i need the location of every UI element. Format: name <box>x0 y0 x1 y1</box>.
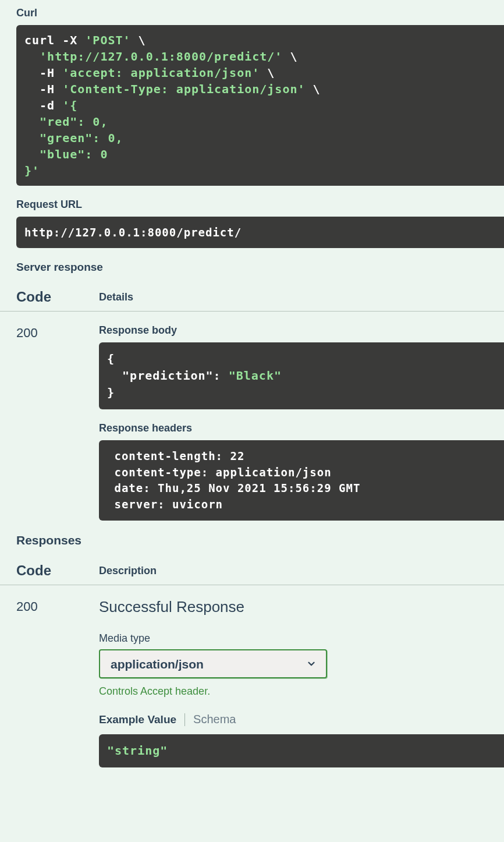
response-body-label: Response body <box>99 324 504 337</box>
response-headers-codeblock: content-length: 22 content-type: applica… <box>99 440 504 521</box>
curl-token: "green": 0, <box>24 131 123 145</box>
media-type-label: Media type <box>99 632 504 645</box>
responses-code: 200 <box>16 598 99 767</box>
responses-row: 200 Successful Response Media type appli… <box>0 585 504 767</box>
responses-header-row: Code Description <box>0 556 504 585</box>
curl-token: 'accept: application/json' <box>62 66 260 80</box>
controls-accept-text: Controls Accept header. <box>99 685 504 698</box>
curl-token: '{ <box>62 98 77 112</box>
media-type-select[interactable]: application/json <box>99 649 327 678</box>
body-token: } <box>107 385 115 399</box>
response-headers-label: Response headers <box>99 422 504 434</box>
body-token: { <box>107 352 115 366</box>
response-body-codeblock: { "prediction": "Black" } <box>99 342 504 409</box>
curl-token: }' <box>24 164 40 178</box>
code-column-header: Code <box>16 562 99 579</box>
server-response-header-row: Code Details <box>0 282 504 312</box>
response-code: 200 <box>16 324 99 521</box>
successful-response-title: Successful Response <box>99 598 504 616</box>
curl-label: Curl <box>0 0 504 25</box>
tab-schema[interactable]: Schema <box>193 713 236 726</box>
curl-token: 'POST' <box>85 33 130 47</box>
curl-token: \ <box>282 49 297 63</box>
server-response-label: Server response <box>0 248 504 282</box>
example-token: "string" <box>107 744 168 758</box>
controls-accept-suffix: header. <box>172 685 210 697</box>
curl-token: 'http://127.0.0.1:8000/predict/' <box>24 49 282 63</box>
controls-accept-prefix: Controls <box>99 685 140 697</box>
curl-codeblock: curl -X 'POST' \ 'http://127.0.0.1:8000/… <box>16 25 504 186</box>
response-view-tabs: Example Value Schema <box>99 713 504 726</box>
curl-token: \ <box>260 66 275 80</box>
curl-token: -H <box>24 66 62 80</box>
tab-divider <box>184 713 185 726</box>
curl-token: -d <box>24 98 62 112</box>
curl-token: "red": 0, <box>24 115 108 129</box>
curl-token: 'Content-Type: application/json' <box>62 82 305 96</box>
code-column-header: Code <box>16 289 99 305</box>
media-type-select-wrap[interactable]: application/json <box>99 649 327 678</box>
description-column-header: Description <box>99 562 157 579</box>
body-token: "prediction" <box>107 369 214 383</box>
curl-token: curl -X <box>24 33 85 47</box>
curl-token: -H <box>24 82 62 96</box>
details-column-header: Details <box>99 289 133 305</box>
curl-token: \ <box>131 33 146 47</box>
curl-token: "blue": 0 <box>24 147 108 161</box>
tab-example-value[interactable]: Example Value <box>99 713 176 726</box>
body-token: "Black" <box>229 369 282 383</box>
request-url-value: http://127.0.0.1:8000/predict/ <box>16 217 504 248</box>
body-token: : <box>214 369 229 383</box>
request-url-label: Request URL <box>0 186 504 217</box>
server-response-row: 200 Response body { "prediction": "Black… <box>0 312 504 521</box>
curl-token: \ <box>306 82 321 96</box>
responses-label: Responses <box>0 521 504 556</box>
controls-accept-mid: Accept <box>140 685 172 697</box>
example-value-codeblock: "string" <box>99 734 504 767</box>
